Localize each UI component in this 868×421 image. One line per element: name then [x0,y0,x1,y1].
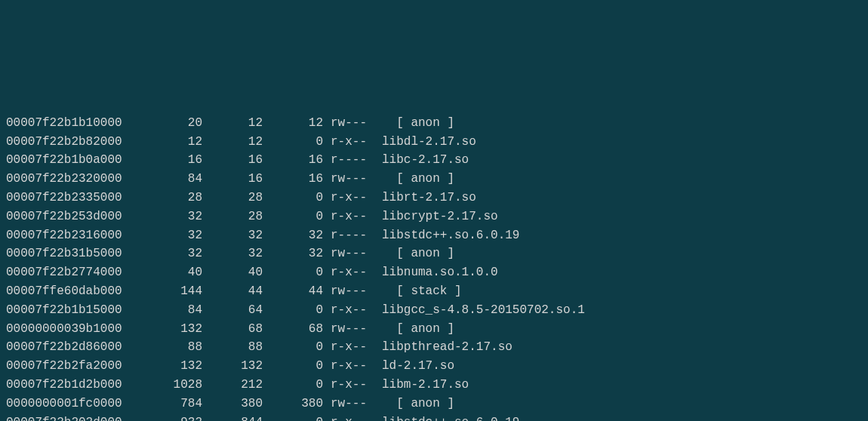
pmap-row: 00000000039b10001326868rw--- [ anon ] [6,320,862,339]
rss-cell: 32 [202,244,263,263]
rss-cell: 12 [202,133,263,152]
pmap-row: 00007f22b2fa20001321320r-x--ld-2.17.so [6,357,862,376]
pmap-row: 00007f22b233500028280r-x--librt-2.17.so [6,189,862,207]
dirty-cell: 380 [263,395,323,413]
pmap-row: 00007f22b1b10000201212rw--- [ anon ] [6,114,862,133]
kbytes-cell: 40 [134,263,202,282]
dirty-cell: 68 [263,320,323,339]
kbytes-cell: 784 [134,395,202,413]
mode-cell: rw--- [323,170,374,189]
mode-cell: rw--- [323,244,374,263]
rss-cell: 64 [202,301,263,320]
mode-cell: r-x-- [323,413,374,421]
mode-cell: rw--- [323,114,374,133]
address-cell: 00007f22b2320000 [6,170,134,189]
mapping-cell: librt-2.17.so [374,189,476,207]
pmap-row: 00007f22b31b5000323232rw--- [ anon ] [6,244,862,263]
kbytes-cell: 132 [134,320,202,339]
mapping-cell: libgcc_s-4.8.5-20150702.so.1 [374,301,585,320]
dirty-cell: 0 [263,338,323,357]
pmap-row: 00007f22b202d0009328440r-x--libstdc++.so… [6,413,862,421]
kbytes-cell: 144 [134,282,202,301]
rss-cell: 844 [202,413,263,421]
rss-cell: 28 [202,207,263,226]
pmap-row: 00007f22b2320000841616rw--- [ anon ] [6,170,862,189]
mode-cell: r-x-- [323,357,374,376]
mode-cell: r-x-- [323,207,374,226]
pmap-row: 00007f22b2b8200012120r-x--libdl-2.17.so [6,133,862,152]
dirty-cell: 44 [263,282,323,301]
mode-cell: r---- [323,151,374,170]
address-cell: 00007f22b2d86000 [6,338,134,357]
dirty-cell: 32 [263,244,323,263]
mapping-cell: libm-2.17.so [374,376,469,395]
mode-cell: rw--- [323,395,374,413]
mode-cell: r-x-- [323,133,374,152]
kbytes-cell: 20 [134,114,202,133]
rss-cell: 16 [202,151,263,170]
address-cell: 00007f22b202d000 [6,413,134,421]
dirty-cell: 0 [263,301,323,320]
pmap-row: 00007f22b2d8600088880r-x--libpthread-2.1… [6,338,862,357]
mapping-cell: [ anon ] [374,320,454,339]
rss-cell: 16 [202,170,263,189]
kbytes-cell: 28 [134,189,202,207]
kbytes-cell: 84 [134,170,202,189]
kbytes-cell: 84 [134,301,202,320]
mapping-cell: [ anon ] [374,114,454,133]
mode-cell: r-x-- [323,376,374,395]
kbytes-cell: 16 [134,151,202,170]
address-cell: 00000000039b1000 [6,320,134,339]
mapping-cell: libpthread-2.17.so [374,338,512,357]
kbytes-cell: 132 [134,357,202,376]
mapping-cell: libnuma.so.1.0.0 [374,263,498,282]
address-cell: 00007f22b31b5000 [6,244,134,263]
mapping-cell: [ anon ] [374,244,454,263]
dirty-cell: 0 [263,133,323,152]
mapping-cell: libstdc++.so.6.0.19 [374,226,519,245]
address-cell: 00007f22b253d000 [6,207,134,226]
mapping-cell: libstdc++.so.6.0.19 [374,413,519,421]
pmap-row: 00007f22b2316000323232r----libstdc++.so.… [6,226,862,245]
address-cell: 00007f22b2b82000 [6,133,134,152]
mapping-cell: ld-2.17.so [374,357,454,376]
kbytes-cell: 88 [134,338,202,357]
address-cell: 00007f22b2774000 [6,263,134,282]
mode-cell: r---- [323,226,374,245]
rss-cell: 12 [202,114,263,133]
pmap-row: 00007f22b277400040400r-x--libnuma.so.1.0… [6,263,862,282]
pmap-row: 00007f22b253d00032280r-x--libcrypt-2.17.… [6,207,862,226]
address-cell: 00007f22b1b15000 [6,301,134,320]
mode-cell: r-x-- [323,301,374,320]
rss-cell: 380 [202,395,263,413]
mode-cell: rw--- [323,320,374,339]
address-cell: 00007f22b1b10000 [6,114,134,133]
rss-cell: 28 [202,189,263,207]
rss-cell: 68 [202,320,263,339]
mode-cell: r-x-- [323,338,374,357]
pmap-rows: 00007f22b1b10000201212rw--- [ anon ]0000… [6,114,862,421]
terminal-output: 00007f22b1b10000201212rw--- [ anon ]0000… [6,76,862,421]
rss-cell: 40 [202,263,263,282]
address-cell: 00007f22b2316000 [6,226,134,245]
mode-cell: rw--- [323,282,374,301]
rss-cell: 88 [202,338,263,357]
dirty-cell: 0 [263,413,323,421]
mapping-cell: [ anon ] [374,395,454,413]
dirty-cell: 0 [263,263,323,282]
kbytes-cell: 1028 [134,376,202,395]
rss-cell: 44 [202,282,263,301]
kbytes-cell: 32 [134,226,202,245]
dirty-cell: 0 [263,207,323,226]
dirty-cell: 0 [263,189,323,207]
mode-cell: r-x-- [323,189,374,207]
kbytes-cell: 32 [134,244,202,263]
address-cell: 00007ffe60dab000 [6,282,134,301]
pmap-row: 00007f22b1d2b00010282120r-x--libm-2.17.s… [6,376,862,395]
mapping-cell: libc-2.17.so [374,151,469,170]
mapping-cell: libdl-2.17.so [374,133,476,152]
pmap-row: 00007f22b1b1500084640r-x--libgcc_s-4.8.5… [6,301,862,320]
rss-cell: 32 [202,226,263,245]
dirty-cell: 0 [263,357,323,376]
mapping-cell: libcrypt-2.17.so [374,207,498,226]
